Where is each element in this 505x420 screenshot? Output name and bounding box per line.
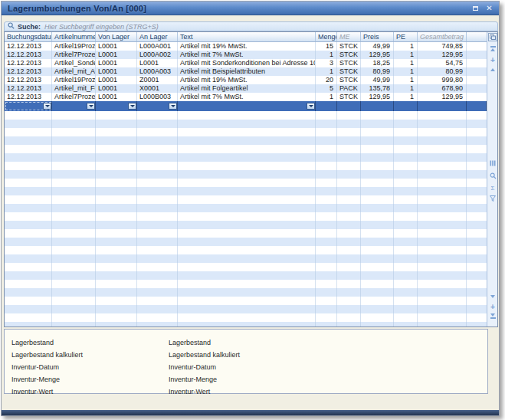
cell-text [178,204,316,212]
table-row[interactable]: 12.12.2013Artikel7ProzentL0001L000B003Ar… [5,93,487,101]
scroll-to-top-icon[interactable] [487,46,498,51]
grid-body: 12.12.2013Artikel19ProzerL0001L000A001Ar… [5,42,487,326]
cell-filler [467,297,487,305]
cell-me [337,263,361,271]
dropdown-button-an-lager[interactable] [169,103,177,110]
inventory-label: Inventur-Wert [11,386,83,398]
column-header-preis[interactable]: Preis [361,32,394,41]
cell-buchungsdatum [5,136,52,145]
page-up-icon[interactable]: + [487,57,498,64]
column-header-pe[interactable]: PE [394,32,418,41]
cell-me [337,288,361,297]
cell-preis: 49,99 [361,76,394,84]
column-header-an-lager[interactable]: An Lager [137,32,178,41]
dropdown-button-buchungsdatum[interactable] [43,103,51,110]
cell-an-lager [137,297,178,305]
cell-filler [467,153,487,162]
titlebar[interactable]: Lagerumbuchungen Von/An [000] ✕ [2,2,499,15]
cell-gesamtbetrag [418,111,467,120]
cell-filler [467,179,487,187]
cell-von-lager [96,221,137,229]
cell-me [337,153,361,162]
sum-icon[interactable]: Σ [487,185,498,192]
filter-icon[interactable] [487,195,498,202]
dropdown-button-von-lager[interactable] [128,103,136,110]
cell-pe [394,128,418,136]
cell-gesamtbetrag [418,204,467,212]
close-button[interactable]: ✕ [484,4,494,13]
cell-me [337,204,361,212]
inventory-label: Inventur-Menge [169,373,240,386]
cell-pe [394,136,418,145]
column-header-me[interactable]: ME [337,32,361,41]
table-row[interactable]: 12.12.2013Artikel19ProzerL0001Z0001Artik… [5,76,487,84]
search-input[interactable]: Suche: Hier Suchbegriff eingeben (STRG+S… [4,21,498,31]
dropdown-button-artikelnummer[interactable] [87,103,95,110]
column-header-menge[interactable]: Menge [316,32,337,41]
vertical-scrollbar[interactable]: + Σ + [487,32,497,326]
app-window: Lagerumbuchungen Von/An [000] ✕ Suche: H… [1,1,500,416]
cell-von-lager [96,153,137,162]
new-entry-row[interactable] [5,101,487,111]
cell-buchungsdatum [5,263,52,271]
cell-me: PACK [337,84,361,93]
empty-row [5,254,487,263]
cell-menge [316,101,337,111]
cell-artikelnummer [52,170,96,179]
table-row[interactable]: 12.12.2013Artikel19ProzerL0001L000A001Ar… [5,42,487,51]
scroll-down-icon[interactable] [487,295,498,298]
cell-artikelnummer [52,204,96,212]
cell-artikelnummer [52,136,96,145]
column-header-von-lager[interactable]: Von Lager [96,32,137,41]
cell-menge [316,111,337,120]
cell-pe [394,305,418,313]
card-view-icon[interactable] [487,160,498,166]
column-header-buchungsdatum[interactable]: Buchungsdatum [5,32,52,41]
cell-gesamtbetrag [418,238,467,246]
scroll-to-bottom-icon[interactable] [487,313,498,319]
table-row[interactable]: 12.12.2013Artikel_SonderkL0001L0001Artik… [5,59,487,67]
cell-me: STCK [337,76,361,84]
magnifier-icon[interactable] [487,172,498,179]
cell-artikelnummer [52,322,96,326]
scroll-up-icon[interactable] [487,68,498,71]
cell-pe [394,229,418,238]
column-header-filler [467,32,487,41]
cell-artikelnummer [52,179,96,187]
cell-gesamtbetrag: 129,95 [418,51,467,59]
cell-von-lager [96,179,137,187]
cell-an-lager [137,305,178,313]
restore-button[interactable] [471,4,480,13]
cell-gesamtbetrag [418,120,467,128]
cell-filler [467,195,487,204]
cell-an-lager: L000B003 [137,93,178,101]
cell-gesamtbetrag [418,313,467,322]
column-chooser-button[interactable] [488,33,497,41]
cell-gesamtbetrag [418,254,467,263]
cell-text [178,101,316,111]
cell-preis: 135,78 [361,84,394,93]
cell-me [337,101,361,111]
inventory-labels-left: LagerbestandLagerbestand kalkuliertInven… [11,336,83,398]
table-row[interactable]: 12.12.2013Artikel7ProzentL0001L000A002Ar… [5,51,487,59]
dropdown-button-text[interactable] [307,103,315,110]
column-header-gesamtbetrag[interactable]: Gesamtbetrag [418,32,467,41]
cell-an-lager [137,313,178,322]
cell-pe [394,271,418,280]
cell-preis [361,204,394,212]
cell-artikelnummer [52,120,96,128]
table-row[interactable]: 12.12.2013Artikel_mit_FolgL0001X0001Arti… [5,84,487,93]
cell-an-lager [137,238,178,246]
column-header-text[interactable]: Text [178,32,316,41]
empty-row [5,263,487,271]
search-icon [8,22,15,31]
page-down-icon[interactable]: + [487,304,498,310]
cell-von-lager [96,305,137,313]
cell-me [337,120,361,128]
cell-me [337,145,361,153]
column-header-artikelnummer[interactable]: Artikelnummer [52,32,96,41]
cell-an-lager [137,322,178,326]
table-row[interactable]: 12.12.2013Artikel_mit_AttrL0001L000A003A… [5,67,487,76]
cell-buchungsdatum [5,254,52,263]
search-label: Suche: [18,23,41,31]
